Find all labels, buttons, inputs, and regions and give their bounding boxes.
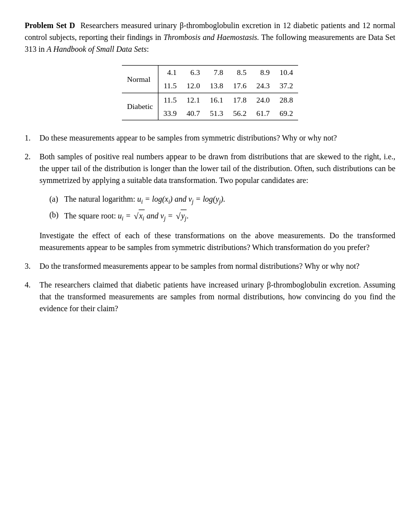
normal-val-2-2: 12.0 — [182, 79, 205, 93]
diabetic-val-1-3: 16.1 — [205, 93, 228, 107]
sub-a-prefix: The natural logarithm: — [64, 195, 137, 203]
diabetic-val-2-3: 51.3 — [205, 107, 228, 120]
question-2: 2. Both samples of positive real numbers… — [25, 151, 395, 253]
q2-content: Both samples of positive real numbers ap… — [39, 151, 395, 253]
sub-items-list: (a) The natural logarithm: ui = log(xi) … — [49, 193, 395, 223]
investigate-text: Investigate the effect of each of these … — [39, 230, 395, 253]
normal-val-2-5: 24.3 — [251, 79, 274, 93]
diabetic-val-2-6: 69.2 — [275, 107, 298, 120]
questions-list: 1. Do these measurements appear to be sa… — [25, 132, 395, 315]
normal-val-2-1: 11.5 — [158, 79, 182, 93]
diabetic-val-1-1: 11.5 — [158, 93, 182, 107]
diabetic-val-1-6: 28.8 — [275, 93, 298, 107]
q1-number: 1. — [25, 132, 39, 144]
normal-val-2-3: 13.8 — [205, 79, 228, 93]
sub-item-a: (a) The natural logarithm: ui = log(xi) … — [49, 193, 395, 206]
q4-text: The researchers claimed that diabetic pa… — [39, 281, 395, 313]
diabetic-label: Diabetic — [122, 93, 158, 120]
question-3: 3. Do the transformed measurements appea… — [25, 260, 395, 272]
normal-val-1-1: 4.1 — [158, 66, 182, 79]
normal-val-1-3: 7.8 — [205, 66, 228, 79]
normal-label: Normal — [122, 66, 158, 93]
question-4: 4. The researchers claimed that diabetic… — [25, 279, 395, 315]
sub-b-content: The square root: ui = √xi and vj = √yj — [64, 209, 395, 223]
data-table: Normal 4.1 6.3 7.8 8.5 8.9 10.4 11.5 12.… — [122, 65, 298, 120]
normal-val-1-2: 6.3 — [182, 66, 205, 79]
normal-val-1-5: 8.9 — [251, 66, 274, 79]
normal-val-2-6: 37.2 — [275, 79, 298, 93]
diabetic-val-2-2: 40.7 — [182, 107, 205, 120]
table-row-normal-1: Normal 4.1 6.3 7.8 8.5 8.9 10.4 — [122, 66, 298, 79]
q3-text: Do the transformed measurements appear t… — [39, 262, 359, 270]
sub-b-label: (b) — [49, 209, 64, 223]
normal-val-2-4: 17.6 — [228, 79, 251, 93]
sub-b-formula: ui = √xi and vj = √yj . — [118, 212, 189, 220]
question-1: 1. Do these measurements appear to be sa… — [25, 132, 395, 144]
q1-text: Do these measurements appear to be sampl… — [39, 134, 337, 142]
q4-number: 4. — [25, 279, 39, 315]
problem-intro: Problem Set D Researchers measured urina… — [25, 20, 395, 55]
diabetic-val-1-5: 24.0 — [251, 93, 274, 107]
q3-number: 3. — [25, 260, 39, 272]
diabetic-val-1-4: 17.8 — [228, 93, 251, 107]
normal-val-1-6: 10.4 — [275, 66, 298, 79]
q3-content: Do the transformed measurements appear t… — [39, 260, 395, 272]
diabetic-val-2-4: 56.2 — [228, 107, 251, 120]
normal-val-1-4: 8.5 — [228, 66, 251, 79]
sub-a-formula: ui = log(xi) and vj = log(yj). — [137, 195, 225, 203]
q1-content: Do these measurements appear to be sampl… — [39, 132, 395, 144]
diabetic-val-2-1: 33.9 — [158, 107, 182, 120]
diabetic-val-2-5: 61.7 — [251, 107, 274, 120]
data-table-container: Normal 4.1 6.3 7.8 8.5 8.9 10.4 11.5 12.… — [25, 65, 395, 120]
sub-a-content: The natural logarithm: ui = log(xi) and … — [64, 193, 395, 206]
sub-a-label: (a) — [49, 193, 64, 206]
table-row-diabetic-1: Diabetic 11.5 12.1 16.1 17.8 24.0 28.8 — [122, 93, 298, 107]
q4-content: The researchers claimed that diabetic pa… — [39, 279, 395, 315]
sub-b-prefix: The square root: — [64, 212, 118, 220]
q2-number: 2. — [25, 151, 39, 253]
sub-item-b: (b) The square root: ui = √xi and vj = — [49, 209, 395, 223]
diabetic-val-1-2: 12.1 — [182, 93, 205, 107]
q2-text: Both samples of positive real numbers ap… — [39, 152, 395, 184]
problem-heading: Problem Set D — [25, 21, 75, 30]
